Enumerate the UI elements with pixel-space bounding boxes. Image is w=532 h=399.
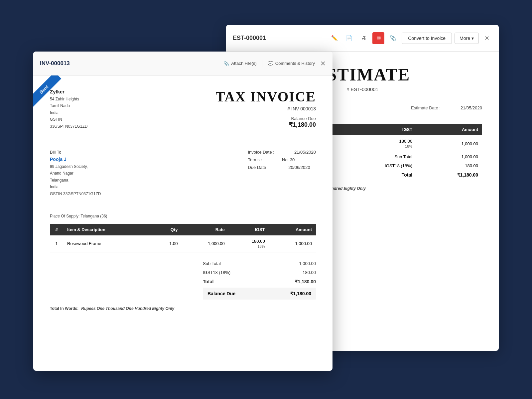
est-row-igst: 180.00 18% <box>336 135 416 152</box>
toolbar-divider <box>262 60 262 67</box>
paperclip-icon <box>223 61 229 66</box>
estimate-date-value: 21/05/2020 <box>461 105 482 110</box>
inv-row-item: Rosewood Frame <box>63 235 151 252</box>
totals-section: Sub Total 1,000.00 IGST18 (18%) 180.00 T… <box>203 259 316 300</box>
inv-col-rate: Rate <box>182 224 228 235</box>
dates-section: Invoice Date : 21/05/2020 Terms : Net 30… <box>248 150 316 207</box>
chevron-down-icon: ▾ <box>471 36 474 41</box>
invoice-header-right: TAX INVOICE # INV-000013 Balance Due ₹1,… <box>215 89 316 140</box>
balance-due-amount: ₹1,180.00 <box>215 121 316 128</box>
due-date-row: Due Date : 20/06/2020 <box>248 165 316 170</box>
sent-ribbon-container: Sent <box>33 75 73 115</box>
estimate-toolbar-title: EST-000001 <box>233 35 325 42</box>
due-date-value: 20/06/2020 <box>289 165 310 170</box>
estimate-toolbar: EST-000001 ✏️ 📄 🖨 ✉ 📎 Convert to Invoice… <box>226 25 499 52</box>
close-button[interactable]: ✕ <box>481 33 492 44</box>
due-date-label: Due Date : <box>248 165 268 170</box>
inv-col-amount: Amount <box>269 224 316 235</box>
invoice-date-value: 21/05/2020 <box>294 150 316 155</box>
print-icon-btn[interactable]: 🖨 <box>358 32 370 44</box>
balance-due-row: Balance Due ₹1,180.00 <box>203 288 316 300</box>
est-col-amount: Amount <box>416 124 482 135</box>
total-line: Total ₹1,180.00 <box>203 277 316 286</box>
invoice-table: # Item & Description Qty Rate IGST Amoun… <box>50 224 316 252</box>
sent-ribbon: Sent <box>33 75 61 107</box>
pdf-icon-btn[interactable]: 📄 <box>343 32 355 44</box>
est-col-igst: IGST <box>336 124 416 135</box>
invoice-panel: Sent INV-000013 Attach File(s) Comments … <box>33 52 332 371</box>
table-row: 1 Rosewood Frame 1.00 1,000.00 180.00 18… <box>50 235 316 252</box>
invoice-toolbar-title: INV-000013 <box>40 60 223 67</box>
inv-col-igst: IGST <box>229 224 269 235</box>
invoice-number: # INV-000013 <box>215 106 316 111</box>
comment-icon <box>268 61 273 66</box>
total-words-label: Total In Words: <box>50 306 78 311</box>
terms-value: Net 30 <box>282 157 295 162</box>
total-words-row: Total In Words: Rupees One Thousand One … <box>50 306 316 311</box>
edit-icon-btn[interactable]: ✏️ <box>329 32 340 44</box>
invoice-body: Zylker 54 Zahir Heights Tamil Nadu India… <box>33 75 332 371</box>
more-button[interactable]: More ▾ <box>455 33 479 44</box>
inv-col-qty: Qty <box>151 224 182 235</box>
invoice-toolbar: INV-000013 Attach File(s) Comments & His… <box>33 52 332 75</box>
customer-name[interactable]: Pooja J <box>50 157 101 162</box>
balance-due-label: Balance Due <box>215 116 316 121</box>
invoice-top-section: Zylker 54 Zahir Heights Tamil Nadu India… <box>50 89 316 140</box>
bill-to-label: Bill To <box>50 150 101 155</box>
est-row-amount: 1,000.00 <box>416 135 482 152</box>
invoice-date-row: Invoice Date : 21/05/2020 <box>248 150 316 155</box>
inv-row-amount: 1,000.00 <box>269 235 316 252</box>
terms-row: Terms : Net 30 <box>248 157 316 162</box>
estimate-date-label: Estimate Date : <box>411 105 441 110</box>
inv-row-igst: 180.00 18% <box>229 235 269 252</box>
convert-to-invoice-button[interactable]: Convert to Invoice <box>402 33 452 44</box>
invoice-toolbar-right: Attach File(s) Comments & History ✕ <box>223 60 326 67</box>
estimate-toolbar-icons: ✏️ 📄 🖨 ✉ 📎 Convert to Invoice More ▾ ✕ <box>329 32 492 44</box>
inv-row-rate: 1,000.00 <box>182 235 228 252</box>
inv-col-item: Item & Description <box>63 224 151 235</box>
bill-to-section: Bill To Pooja J 99 Jagadesh Society, Ana… <box>50 150 101 197</box>
attach-files-button[interactable]: Attach File(s) <box>223 61 257 66</box>
igst-line: IGST18 (18%) 180.00 <box>203 268 316 277</box>
inv-row-qty: 1.00 <box>151 235 182 252</box>
subtotal-line: Sub Total 1,000.00 <box>203 259 316 268</box>
customer-address: 99 Jagadesh Society, Anand Nagar Telanga… <box>50 163 101 197</box>
attach-icon-btn[interactable]: 📎 <box>387 32 399 44</box>
inv-col-num: # <box>50 224 63 235</box>
terms-label: Terms : <box>248 157 262 162</box>
comments-history-button[interactable]: Comments & History <box>268 61 315 66</box>
email-icon-btn[interactable]: ✉ <box>372 32 384 44</box>
invoice-close-button[interactable]: ✕ <box>320 60 326 67</box>
place-of-supply: Place Of Supply: Telangana (36) <box>50 214 316 218</box>
total-words-value: Rupees One Thousand One Hundred Eighty O… <box>81 306 174 311</box>
inv-row-num: 1 <box>50 235 63 252</box>
tax-invoice-title: TAX INVOICE <box>215 89 316 105</box>
invoice-date-label: Invoice Date : <box>248 150 274 155</box>
